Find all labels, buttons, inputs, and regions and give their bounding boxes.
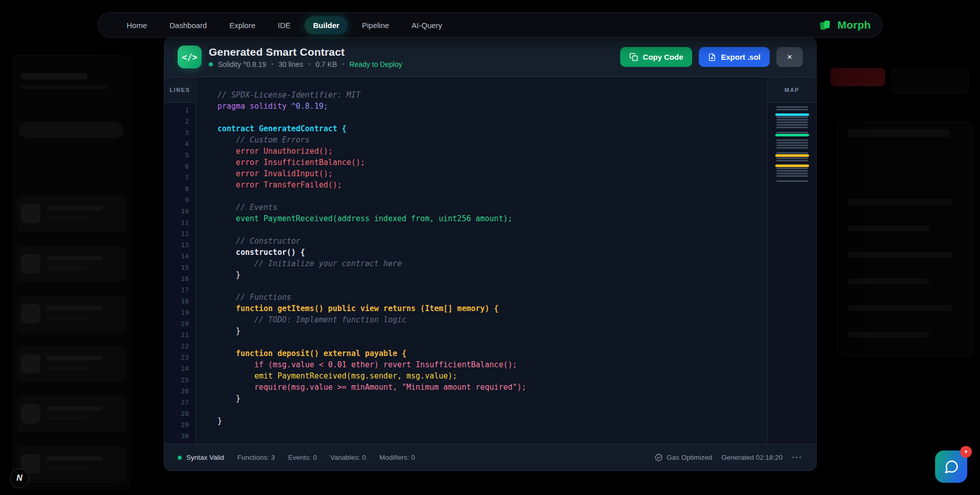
- code-line: [217, 112, 767, 123]
- export-sol-button[interactable]: Export .sol: [699, 47, 770, 67]
- gas-optimized: Gas Optimized: [655, 454, 712, 461]
- code-line: [217, 191, 767, 202]
- code-line: constructor() {: [217, 247, 767, 258]
- code-line: // Custom Errors: [217, 134, 767, 146]
- minimap-bar: [776, 168, 808, 169]
- chat-button[interactable]: ✦: [935, 451, 967, 483]
- line-number: 11: [164, 217, 195, 228]
- code-line: // Functions: [217, 292, 767, 303]
- nav-item-explore[interactable]: Explore: [221, 16, 263, 34]
- line-number: 20: [164, 318, 195, 329]
- minimap-bar: [776, 160, 808, 161]
- nextjs-dev-badge[interactable]: N: [10, 468, 29, 488]
- minimap-bar: [776, 106, 808, 108]
- bullet-separator: •: [272, 61, 274, 68]
- line-number: 24: [164, 363, 195, 374]
- code-line: // SPDX-License-Identifier: MIT: [217, 89, 767, 101]
- notification-badge: ✦: [960, 446, 972, 458]
- footer-stat: Modifiers: 0: [379, 454, 415, 461]
- minimap-bar: [776, 170, 808, 172]
- nav-item-ide[interactable]: IDE: [270, 16, 299, 34]
- export-file-icon: [708, 53, 716, 61]
- line-number: 10: [164, 206, 195, 217]
- code-line: function getItems() public view returns …: [217, 303, 767, 314]
- code-line: event PaymentReceived(address indexed fr…: [217, 213, 767, 224]
- line-number: 18: [164, 296, 195, 307]
- code-line: contract GeneratedContract {: [217, 123, 767, 134]
- nav-item-ai-query[interactable]: AI-Query: [403, 16, 450, 34]
- minimap-bar: [776, 132, 808, 133]
- minimap[interactable]: [768, 103, 816, 182]
- code-line: error InsufficientBalance();: [217, 157, 767, 168]
- language-status-dot: [209, 62, 213, 66]
- minimap-bar: [776, 152, 808, 154]
- line-number: 2: [164, 116, 195, 127]
- close-icon: ×: [787, 52, 792, 62]
- code-editor[interactable]: // SPDX-License-Identifier: MITpragma so…: [196, 77, 767, 444]
- code-line: [217, 280, 767, 292]
- background-list-row: [17, 396, 126, 433]
- modal-title: Generated Smart Contract: [209, 46, 402, 58]
- background-list-row: [17, 196, 126, 232]
- code-line: }: [217, 269, 767, 280]
- close-button[interactable]: ×: [776, 47, 803, 67]
- code-line: [217, 224, 767, 235]
- line-number: 23: [164, 352, 195, 363]
- code-line: error Unauthorized();: [217, 146, 767, 157]
- minimap-header: MAP: [768, 77, 816, 103]
- syntax-valid-dot: [178, 456, 182, 460]
- line-number: 26: [164, 386, 195, 397]
- background-dark-button: [892, 68, 969, 93]
- line-number: 27: [164, 397, 195, 408]
- minimap-bar: [776, 116, 808, 118]
- bullet-separator: •: [342, 61, 344, 68]
- line-number: 9: [164, 195, 195, 206]
- code-line: [217, 337, 767, 348]
- line-number: 7: [164, 172, 195, 183]
- footer-stat: Variables: 0: [330, 454, 366, 461]
- top-nav: HomeDashboardExploreIDEBuilderPipelineAI…: [97, 12, 883, 38]
- background-title-bar: [21, 73, 87, 80]
- modal-footer: Syntax Valid Functions: 3Events: 0Variab…: [164, 444, 816, 470]
- minimap-bar: [776, 142, 808, 144]
- background-list-row: [17, 246, 126, 282]
- generated-contract-modal: </> Generated Smart Contract Solidity ^0…: [164, 37, 817, 471]
- line-number: 25: [164, 374, 195, 386]
- line-number: 4: [164, 138, 195, 150]
- language-version: Solidity ^0.8.19: [218, 60, 266, 68]
- minimap-bar: [776, 122, 808, 123]
- syntax-status: Syntax Valid: [178, 454, 224, 461]
- code-viewer: LINES 1234567891011121314151617181920212…: [164, 77, 816, 444]
- code-line: }: [217, 393, 767, 404]
- line-number: 29: [164, 419, 195, 431]
- code-icon: </>: [178, 45, 202, 68]
- background-list-row: [17, 296, 126, 333]
- deploy-status: Ready to Deploy: [349, 60, 402, 68]
- minimap-bar: [776, 147, 808, 149]
- background-search-pill: [19, 122, 124, 138]
- code-line: pragma solidity ^0.8.19;: [217, 101, 767, 112]
- minimap-bar: [776, 173, 808, 174]
- line-number: 1: [164, 105, 195, 116]
- nav-item-home[interactable]: Home: [118, 16, 155, 34]
- modal-header: </> Generated Smart Contract Solidity ^0…: [164, 37, 816, 77]
- minimap-bar: [776, 157, 808, 159]
- nav-item-builder[interactable]: Builder: [305, 16, 348, 34]
- code-line: }: [217, 325, 767, 337]
- copy-code-button[interactable]: Copy Code: [620, 47, 692, 67]
- brand-logo[interactable]: Morph: [819, 18, 871, 32]
- minimap-bar: [776, 127, 808, 128]
- nav-item-dashboard[interactable]: Dashboard: [161, 16, 215, 34]
- more-options-button[interactable]: •••: [792, 454, 803, 461]
- line-number: 21: [164, 329, 195, 341]
- line-number: 15: [164, 262, 195, 273]
- line-number: 30: [164, 431, 195, 442]
- code-line: emit PaymentReceived(msg.sender, msg.val…: [217, 370, 767, 382]
- nav-item-pipeline[interactable]: Pipeline: [354, 16, 397, 34]
- background-list-row: [17, 346, 126, 383]
- code-line: require(msg.value >= minAmount, "Minimum…: [217, 382, 767, 393]
- minimap-bar: [776, 109, 808, 110]
- code-line: error InvalidInput();: [217, 168, 767, 179]
- minimap-bar: [776, 175, 808, 177]
- line-number: 6: [164, 161, 195, 172]
